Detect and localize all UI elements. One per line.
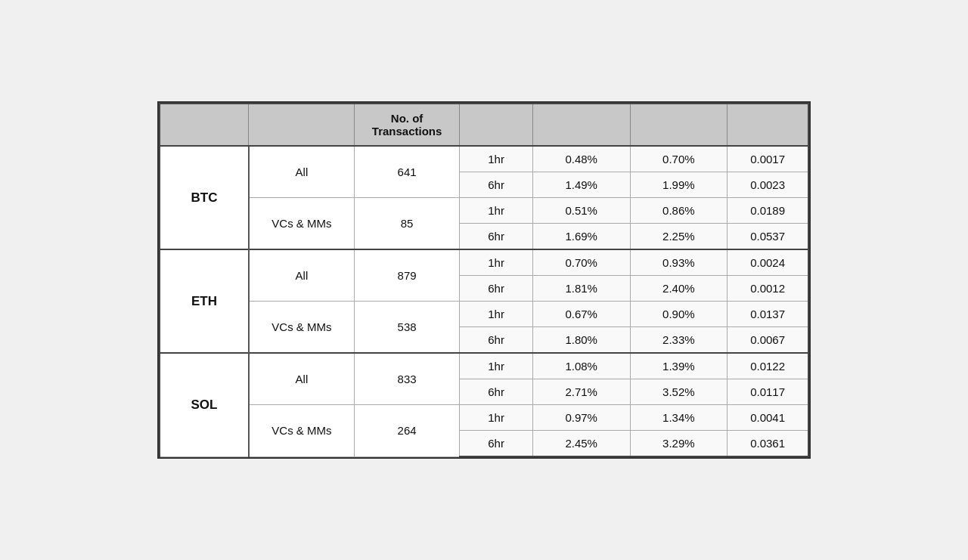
- average-mdd-cell: 1.99%: [630, 172, 728, 198]
- transactions-cell: 879: [354, 249, 459, 302]
- median-mdd-cell: 0.67%: [532, 302, 630, 327]
- deposits-by-cell: VCs & MMs: [249, 198, 354, 250]
- r2-cell: 0.0041: [728, 405, 808, 431]
- median-mdd-cell: 2.71%: [532, 379, 630, 405]
- average-mdd-cell: 2.33%: [630, 327, 728, 354]
- transactions-cell: 538: [354, 302, 459, 354]
- interval-cell: 6hr: [460, 276, 533, 302]
- deposits-by-cell: All: [249, 353, 354, 405]
- asset-cell: ETH: [160, 249, 249, 353]
- average-mdd-cell: 3.52%: [630, 379, 728, 405]
- average-mdd-cell: 2.25%: [630, 224, 728, 250]
- average-mdd-cell: 0.70%: [630, 146, 728, 172]
- r2-cell: 0.0189: [728, 198, 808, 224]
- median-mdd-cell: 1.81%: [532, 276, 630, 302]
- average-mdd-cell: 0.93%: [630, 249, 728, 276]
- header-asset: [160, 104, 249, 146]
- r2-cell: 0.0117: [728, 379, 808, 405]
- r2-cell: 0.0537: [728, 224, 808, 250]
- header-deposits-by: [249, 104, 354, 146]
- interval-cell: 1hr: [460, 405, 533, 431]
- asset-cell: SOL: [160, 353, 249, 456]
- r2-cell: 0.0361: [728, 431, 808, 457]
- asset-cell: BTC: [160, 146, 249, 249]
- median-mdd-cell: 1.49%: [532, 172, 630, 198]
- deposits-by-cell: VCs & MMs: [249, 405, 354, 457]
- table-row: VCs & MMs851hr0.51%0.86%0.0189: [160, 198, 808, 224]
- interval-cell: 1hr: [460, 146, 533, 172]
- table-row: VCs & MMs5381hr0.67%0.90%0.0137: [160, 302, 808, 327]
- header-median-mdd: [532, 104, 630, 146]
- r2-cell: 0.0024: [728, 249, 808, 276]
- average-mdd-cell: 1.39%: [630, 353, 728, 379]
- header-transactions: No. ofTransactions: [354, 104, 459, 146]
- table-row: ETHAll8791hr0.70%0.93%0.0024: [160, 249, 808, 276]
- median-mdd-cell: 0.48%: [532, 146, 630, 172]
- average-mdd-cell: 1.34%: [630, 405, 728, 431]
- deposits-by-cell: All: [249, 249, 354, 302]
- interval-cell: 1hr: [460, 249, 533, 276]
- deposits-by-cell: VCs & MMs: [249, 302, 354, 354]
- median-mdd-cell: 0.51%: [532, 198, 630, 224]
- r2-cell: 0.0012: [728, 276, 808, 302]
- interval-cell: 6hr: [460, 327, 533, 354]
- average-mdd-cell: 0.86%: [630, 198, 728, 224]
- interval-cell: 6hr: [460, 379, 533, 405]
- median-mdd-cell: 1.69%: [532, 224, 630, 250]
- median-mdd-cell: 0.97%: [532, 405, 630, 431]
- transactions-cell: 641: [354, 146, 459, 198]
- interval-cell: 1hr: [460, 198, 533, 224]
- r2-cell: 0.0017: [728, 146, 808, 172]
- r2-cell: 0.0137: [728, 302, 808, 327]
- median-mdd-cell: 1.08%: [532, 353, 630, 379]
- header-r2: [728, 104, 808, 146]
- interval-cell: 1hr: [460, 302, 533, 327]
- table-row: SOLAll8331hr1.08%1.39%0.0122: [160, 353, 808, 379]
- transactions-cell: 85: [354, 198, 459, 250]
- average-mdd-cell: 3.29%: [630, 431, 728, 457]
- table-row: BTCAll6411hr0.48%0.70%0.0017: [160, 146, 808, 172]
- median-mdd-cell: 0.70%: [532, 249, 630, 276]
- interval-cell: 6hr: [460, 172, 533, 198]
- average-mdd-cell: 2.40%: [630, 276, 728, 302]
- median-mdd-cell: 2.45%: [532, 431, 630, 457]
- header-row: No. ofTransactions: [160, 104, 808, 146]
- interval-cell: 6hr: [460, 224, 533, 250]
- average-mdd-cell: 0.90%: [630, 302, 728, 327]
- transactions-cell: 833: [354, 353, 459, 405]
- transactions-cell: 264: [354, 405, 459, 457]
- r2-cell: 0.0067: [728, 327, 808, 354]
- table-wrapper: No. ofTransactions BTCAll6411hr0.48%0.70…: [157, 101, 811, 459]
- median-mdd-cell: 1.80%: [532, 327, 630, 354]
- data-table: No. ofTransactions BTCAll6411hr0.48%0.70…: [159, 103, 809, 457]
- interval-cell: 6hr: [460, 431, 533, 457]
- interval-cell: 1hr: [460, 353, 533, 379]
- table-row: VCs & MMs2641hr0.97%1.34%0.0041: [160, 405, 808, 431]
- header-average-mdd: [630, 104, 728, 146]
- r2-cell: 0.0023: [728, 172, 808, 198]
- header-interval: [460, 104, 533, 146]
- deposits-by-cell: All: [249, 146, 354, 198]
- r2-cell: 0.0122: [728, 353, 808, 379]
